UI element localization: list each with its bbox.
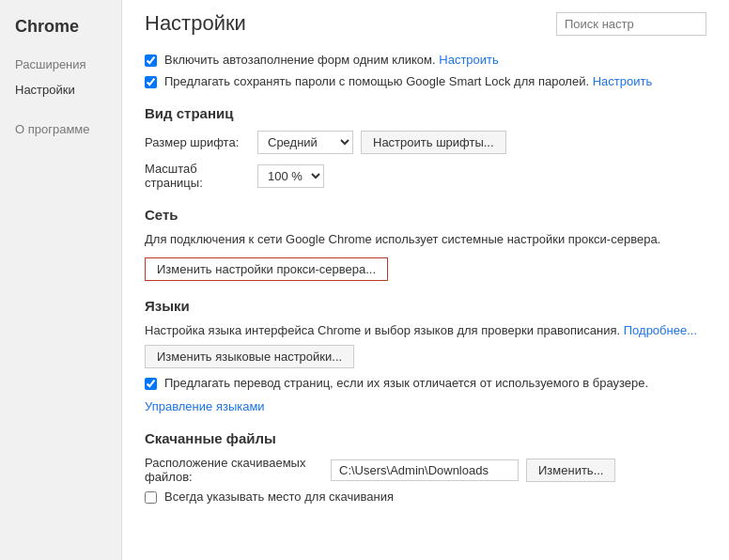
- lang-settings-button[interactable]: Изменить языковые настройки...: [145, 345, 354, 368]
- page-header: Настройки: [145, 11, 706, 36]
- translate-checkbox[interactable]: [145, 378, 157, 390]
- languages-section-title: Языки: [145, 298, 706, 314]
- font-size-label: Размер шрифта:: [145, 135, 257, 149]
- network-section-title: Сеть: [145, 207, 706, 223]
- page-scale-row: Масштаб страницы: 100 % 75 % 90 % 125 % …: [145, 162, 706, 190]
- view-section-title: Вид страниц: [145, 105, 706, 121]
- page-scale-label: Масштаб страницы:: [145, 162, 257, 190]
- sidebar-item-settings[interactable]: Настройки: [0, 77, 121, 102]
- network-description: Для подключения к сети Google Chrome исп…: [145, 232, 706, 246]
- autofill-row: Включить автозаполнение форм одним клико…: [145, 53, 706, 67]
- downloads-section: Скачанные файлы Расположение скачиваемых…: [145, 430, 706, 504]
- passwords-row: Предлагать сохранять пароли с помощью Go…: [145, 74, 706, 88]
- font-size-row: Размер шрифта: Средний Маленький Большой…: [145, 131, 706, 154]
- search-input[interactable]: [556, 12, 706, 36]
- network-section: Сеть Для подключения к сети Google Chrom…: [145, 207, 706, 281]
- page-scale-select[interactable]: 100 % 75 % 90 % 125 % 150 %: [257, 164, 324, 188]
- download-location-row: Расположение скачиваемых файлов: Изменит…: [145, 456, 706, 484]
- passwords-checkbox[interactable]: [145, 76, 157, 88]
- page-title: Настройки: [145, 11, 246, 36]
- autofill-checkbox[interactable]: [145, 54, 157, 67]
- always-ask-label: Всегда указывать место для скачивания: [164, 490, 394, 504]
- always-ask-checkbox[interactable]: [145, 491, 157, 504]
- sidebar-logo: Chrome: [0, 9, 121, 52]
- sidebar: Chrome Расширения Настройки О программе: [0, 0, 122, 560]
- manage-languages-link[interactable]: Управление языками: [145, 399, 265, 413]
- proxy-settings-button[interactable]: Изменить настройки прокси-сервера...: [145, 257, 388, 281]
- languages-description: Настройка языка интерфейса Chrome и выбо…: [145, 323, 706, 337]
- main-content: Настройки Включить автозаполнение форм о…: [122, 0, 729, 560]
- always-ask-row: Всегда указывать место для скачивания: [145, 490, 706, 504]
- sidebar-item-extensions[interactable]: Расширения: [0, 52, 121, 77]
- change-download-location-button[interactable]: Изменить...: [526, 459, 615, 482]
- languages-section: Языки Настройка языка интерфейса Chrome …: [145, 298, 706, 413]
- passwords-label: Предлагать сохранять пароли с помощью Go…: [164, 74, 652, 88]
- autofill-configure-link[interactable]: Настроить: [439, 53, 499, 67]
- translate-label: Предлагать перевод страниц, если их язык…: [164, 376, 648, 390]
- font-size-select[interactable]: Средний Маленький Большой: [257, 131, 353, 154]
- download-location-label: Расположение скачиваемых файлов:: [145, 456, 323, 484]
- customize-fonts-button[interactable]: Настроить шрифты...: [361, 131, 506, 154]
- autofill-label: Включить автозаполнение форм одним клико…: [164, 53, 499, 67]
- translate-row: Предлагать перевод страниц, если их язык…: [145, 376, 706, 390]
- download-path-input[interactable]: [331, 459, 519, 481]
- downloads-section-title: Скачанные файлы: [145, 430, 706, 446]
- languages-learn-more-link[interactable]: Подробнее...: [624, 323, 697, 337]
- sidebar-item-about[interactable]: О программе: [0, 117, 121, 142]
- passwords-configure-link[interactable]: Настроить: [593, 74, 653, 88]
- view-section: Вид страниц Размер шрифта: Средний Мален…: [145, 105, 706, 190]
